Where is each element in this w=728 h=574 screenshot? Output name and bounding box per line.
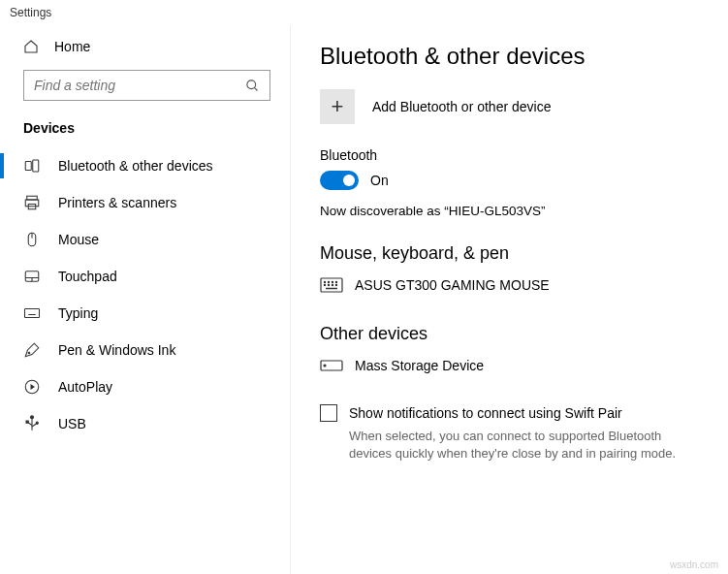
search-input[interactable] bbox=[34, 78, 245, 93]
svg-rect-3 bbox=[33, 160, 39, 172]
printer-icon bbox=[23, 194, 41, 211]
svg-point-22 bbox=[31, 416, 34, 419]
sidebar-item-bluetooth[interactable]: Bluetooth & other devices bbox=[0, 147, 290, 184]
svg-point-36 bbox=[324, 365, 326, 367]
device-row-storage[interactable]: Mass Storage Device bbox=[320, 354, 699, 377]
svg-point-33 bbox=[335, 284, 336, 285]
sidebar-heading: Devices bbox=[0, 114, 290, 147]
device-row-mouse[interactable]: ASUS GT300 GAMING MOUSE bbox=[320, 273, 699, 297]
svg-point-26 bbox=[324, 281, 325, 282]
usb-icon bbox=[23, 415, 41, 432]
swift-pair-label: Show notifications to connect using Swif… bbox=[349, 405, 622, 421]
svg-rect-23 bbox=[26, 421, 28, 423]
svg-point-28 bbox=[332, 281, 332, 282]
home-icon bbox=[23, 39, 39, 54]
sidebar-item-autoplay[interactable]: AutoPlay bbox=[0, 368, 290, 405]
sidebar-item-label: Mouse bbox=[58, 232, 99, 247]
plus-icon: + bbox=[320, 89, 355, 124]
page-title: Bluetooth & other devices bbox=[320, 43, 699, 70]
sidebar: Home Devices Bluetooth & other devices bbox=[0, 25, 291, 574]
autoplay-icon bbox=[23, 378, 41, 396]
svg-rect-12 bbox=[25, 309, 40, 318]
sidebar-item-pen[interactable]: Pen & Windows Ink bbox=[0, 332, 290, 368]
bluetooth-state: On bbox=[370, 173, 389, 188]
storage-device-icon bbox=[320, 359, 355, 372]
sidebar-item-label: Pen & Windows Ink bbox=[58, 342, 175, 358]
svg-point-24 bbox=[36, 422, 38, 424]
sidebar-item-typing[interactable]: Typing bbox=[0, 295, 290, 332]
svg-point-29 bbox=[335, 281, 336, 282]
svg-rect-5 bbox=[25, 200, 39, 207]
svg-point-18 bbox=[28, 352, 30, 354]
other-devices-heading: Other devices bbox=[320, 324, 699, 344]
sidebar-item-label: Printers & scanners bbox=[58, 195, 176, 210]
mouse-keyboard-heading: Mouse, keyboard, & pen bbox=[320, 243, 699, 264]
sidebar-item-usb[interactable]: USB bbox=[0, 405, 290, 442]
svg-marker-20 bbox=[31, 384, 36, 390]
swift-pair-checkbox[interactable]: Show notifications to connect using Swif… bbox=[320, 404, 699, 422]
watermark: wsxdn.com bbox=[670, 559, 718, 570]
sidebar-item-label: Bluetooth & other devices bbox=[58, 158, 213, 174]
bluetooth-toggle[interactable] bbox=[320, 171, 359, 190]
device-name: ASUS GT300 GAMING MOUSE bbox=[355, 277, 550, 293]
bluetooth-devices-icon bbox=[23, 157, 41, 175]
sidebar-item-printers[interactable]: Printers & scanners bbox=[0, 184, 290, 221]
device-name: Mass Storage Device bbox=[355, 358, 484, 373]
home-button[interactable]: Home bbox=[0, 31, 290, 64]
swift-pair-help: When selected, you can connect to suppor… bbox=[320, 428, 699, 462]
sidebar-item-mouse[interactable]: Mouse bbox=[0, 221, 290, 258]
svg-point-31 bbox=[328, 284, 329, 285]
keyboard-icon bbox=[23, 304, 41, 322]
pen-icon bbox=[23, 341, 41, 359]
keyboard-device-icon bbox=[320, 277, 355, 293]
svg-rect-2 bbox=[25, 162, 31, 171]
mouse-icon bbox=[23, 231, 41, 248]
touchpad-icon bbox=[23, 268, 41, 285]
discoverable-text: Now discoverable as “HIEU-GL503VS” bbox=[320, 204, 699, 218]
svg-point-32 bbox=[332, 284, 332, 285]
sidebar-item-label: AutoPlay bbox=[58, 379, 112, 395]
main-content: Bluetooth & other devices + Add Bluetoot… bbox=[291, 25, 728, 574]
checkbox-box bbox=[320, 404, 337, 422]
svg-point-27 bbox=[328, 281, 329, 282]
sidebar-item-label: Typing bbox=[58, 305, 98, 321]
sidebar-item-label: USB bbox=[58, 416, 86, 431]
sidebar-item-label: Touchpad bbox=[58, 269, 117, 284]
search-input-container[interactable] bbox=[23, 70, 270, 101]
svg-point-30 bbox=[324, 284, 325, 285]
window-title: Settings bbox=[0, 0, 728, 25]
svg-point-0 bbox=[247, 80, 256, 88]
bluetooth-label: Bluetooth bbox=[320, 147, 699, 163]
home-label: Home bbox=[54, 39, 90, 54]
search-icon bbox=[245, 79, 260, 93]
add-device-button[interactable]: + Add Bluetooth or other device bbox=[320, 89, 699, 124]
svg-rect-4 bbox=[27, 196, 38, 200]
add-device-label: Add Bluetooth or other device bbox=[372, 99, 551, 114]
sidebar-item-touchpad[interactable]: Touchpad bbox=[0, 258, 290, 295]
toggle-knob bbox=[343, 175, 355, 186]
svg-line-1 bbox=[254, 87, 257, 90]
